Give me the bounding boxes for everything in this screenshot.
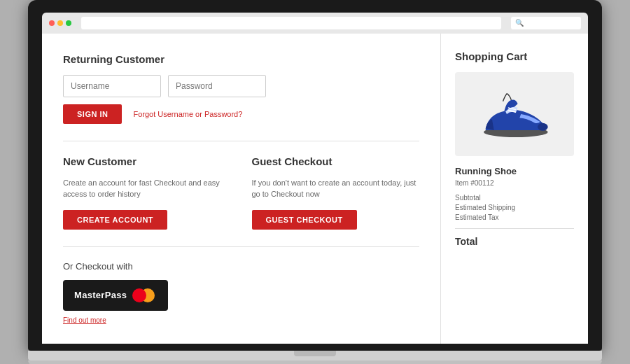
new-customer-col: New Customer Create an account for fast … [63,155,231,230]
new-customer-title: New Customer [63,155,231,167]
laptop-foot [28,360,602,365]
masterpass-logo [132,288,155,302]
laptop-base [28,351,602,360]
sign-in-row: SIGN IN Forgot Username or Password? [63,104,419,124]
cart-sidebar: Shopping Cart [441,34,588,344]
laptop-notch [294,351,336,356]
checkout-with-section: Or Checkout with MasterPass Find out mor… [63,261,419,324]
search-icon: 🔍 [515,19,524,27]
credentials-row [63,75,419,97]
search-bar[interactable]: 🔍 [511,17,581,29]
cart-title: Shopping Cart [455,50,574,62]
screen-content: Returning Customer SIGN IN Forgot Userna… [42,34,588,344]
laptop-screen: 🔍 Returning Customer SIGN IN Forgot User… [28,0,602,351]
dot-green[interactable] [66,20,71,26]
main-area: Returning Customer SIGN IN Forgot Userna… [42,34,441,344]
browser-dots [49,20,71,26]
section-divider-1 [63,141,419,141]
section-divider-2 [63,246,419,247]
guest-checkout-desc: If you don't want to create an account t… [252,177,420,200]
dot-red[interactable] [49,20,55,26]
masterpass-circle-left [132,288,146,302]
sign-in-button[interactable]: SIGN IN [63,104,122,124]
address-bar[interactable] [81,17,501,29]
find-out-link[interactable]: Find out more [63,316,419,324]
create-account-button[interactable]: CREATE ACCOUNT [63,210,167,230]
username-input[interactable] [63,75,161,97]
guest-checkout-title: Guest Checkout [252,155,420,167]
masterpass-button[interactable]: MasterPass [63,280,168,311]
guest-checkout-button[interactable]: GUEST CHECKOUT [252,210,357,230]
dot-yellow[interactable] [57,20,63,26]
cart-divider [455,228,574,229]
cart-image-box [455,72,574,156]
guest-checkout-col: Guest Checkout If you don't want to crea… [252,155,420,230]
checkout-with-title: Or Checkout with [63,261,419,272]
cart-item-name: Running Shoe [455,166,574,176]
cart-shipping: Estimated Shipping [455,204,574,211]
shoe-image [476,86,553,142]
laptop-container: 🔍 Returning Customer SIGN IN Forgot User… [28,0,602,364]
returning-customer-section: Returning Customer SIGN IN Forgot Userna… [63,53,419,124]
cart-item-number: Item #00112 [455,179,574,187]
svg-point-3 [538,122,548,130]
browser-chrome: 🔍 [42,13,588,34]
password-input[interactable] [168,75,266,97]
cart-subtotal: Subtotal [455,194,574,202]
new-guest-section: New Customer Create an account for fast … [63,155,419,230]
masterpass-label: MasterPass [74,290,127,300]
cart-tax: Estimated Tax [455,214,574,221]
cart-total: Total [455,236,574,247]
forgot-link[interactable]: Forgot Username or Password? [133,110,242,118]
returning-customer-title: Returning Customer [63,53,419,65]
new-customer-desc: Create an account for fast Checkout and … [63,177,231,200]
